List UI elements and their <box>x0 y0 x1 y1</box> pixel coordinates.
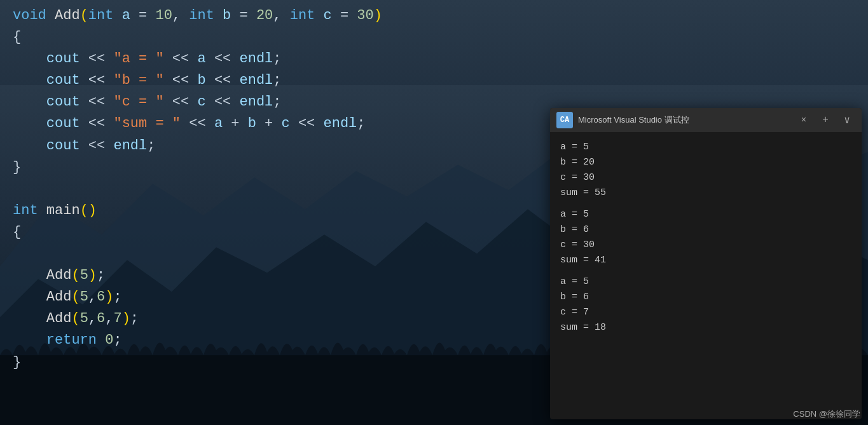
code-line-16: return 0; <box>13 330 541 351</box>
console-line: a = 5 <box>560 207 851 222</box>
code-line-7: cout << endl; <box>13 135 541 157</box>
close-button[interactable]: × <box>796 112 812 128</box>
code-line-12 <box>13 243 541 265</box>
console-window: CA Microsoft Visual Studio 调试控 × + ∨ a =… <box>550 108 862 419</box>
code-line-2: { <box>13 27 541 48</box>
console-line: sum = 18 <box>560 320 851 335</box>
code-line-13: Add(5); <box>13 265 541 287</box>
chevron-button[interactable]: ∨ <box>839 112 855 128</box>
code-line-10: int main() <box>13 200 541 222</box>
console-line: b = 20 <box>560 155 851 170</box>
code-line-11: { <box>13 222 541 243</box>
output-group-3: a = 5 b = 6 c = 7 sum = 18 <box>560 274 851 335</box>
code-editor: void Add(int a = 10, int b = 20, int c =… <box>0 0 553 425</box>
console-line: a = 5 <box>560 274 851 290</box>
code-line-4: cout << "b = " << b << endl; <box>13 70 541 91</box>
output-group-2: a = 5 b = 6 c = 30 sum = 41 <box>560 207 851 268</box>
code-line-15: Add(5,6,7); <box>13 308 541 330</box>
code-line-17: } <box>13 352 541 374</box>
console-line: a = 5 <box>560 140 851 155</box>
console-line: b = 6 <box>560 290 851 305</box>
code-line-8: } <box>13 157 541 179</box>
console-line: b = 6 <box>560 222 851 238</box>
console-titlebar: CA Microsoft Visual Studio 调试控 × + ∨ <box>550 108 862 132</box>
console-line: sum = 55 <box>560 186 851 201</box>
console-line: sum = 41 <box>560 253 851 268</box>
console-line: c = 30 <box>560 238 851 253</box>
code-line-9 <box>13 179 541 200</box>
watermark: CSDN @徐徐同学 <box>793 408 860 420</box>
console-line: c = 30 <box>560 170 851 186</box>
console-app-icon: CA <box>556 112 573 128</box>
code-line-14: Add(5,6); <box>13 287 541 308</box>
output-group-1: a = 5 b = 20 c = 30 sum = 55 <box>560 140 851 201</box>
code-line-5: cout << "c = " << c << endl; <box>13 91 541 113</box>
code-line-1: void Add(int a = 10, int b = 20, int c =… <box>13 5 541 27</box>
console-line: c = 7 <box>560 305 851 320</box>
console-output: a = 5 b = 20 c = 30 sum = 55 a = 5 b = 6… <box>550 132 862 419</box>
console-title: Microsoft Visual Studio 调试控 <box>578 114 790 126</box>
plus-button[interactable]: + <box>817 112 834 128</box>
code-line-3: cout << "a = " << a << endl; <box>13 48 541 70</box>
code-line-6: cout << "sum = " << a + b + c << endl; <box>13 113 541 135</box>
